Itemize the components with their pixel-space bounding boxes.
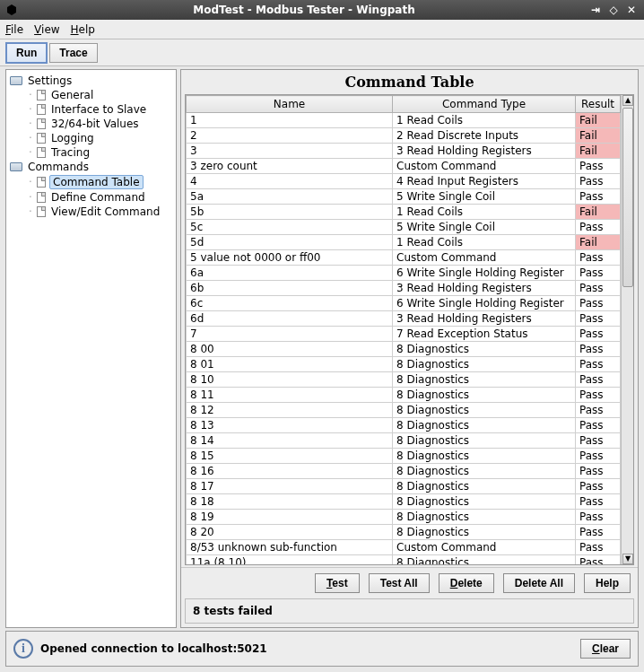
table-row[interactable]: 6d3 Read Holding RegistersPass bbox=[187, 311, 621, 327]
cell-type: 8 Diagnostics bbox=[393, 418, 576, 433]
table-row[interactable]: 8 168 DiagnosticsPass bbox=[187, 464, 621, 479]
trace-button[interactable]: Trace bbox=[49, 43, 97, 63]
scroll-thumb[interactable] bbox=[622, 108, 633, 287]
cell-type: 7 Read Exception Status bbox=[393, 327, 576, 342]
menu-help[interactable]: Help bbox=[71, 23, 95, 36]
tree-connector-icon: · bbox=[24, 191, 37, 204]
table-row[interactable]: 8 198 DiagnosticsPass bbox=[187, 510, 621, 525]
window-titlebar: ModTest - Modbus Tester - Wingpath ⇥ ◇ ✕ bbox=[0, 0, 644, 20]
cell-result: Pass bbox=[576, 311, 621, 327]
file-icon bbox=[37, 90, 46, 100]
table-row[interactable]: 5d1 Read CoilsFail bbox=[187, 235, 621, 250]
command-table: Name Command Type Result 11 Read CoilsFa… bbox=[186, 95, 621, 564]
table-row[interactable]: 8 148 DiagnosticsPass bbox=[187, 433, 621, 449]
cell-type: 8 Diagnostics bbox=[393, 464, 576, 479]
col-result[interactable]: Result bbox=[576, 96, 621, 113]
maximize-icon[interactable]: ◇ bbox=[606, 3, 621, 17]
cell-result: Pass bbox=[576, 494, 621, 510]
clear-button[interactable]: Clear bbox=[580, 639, 631, 659]
table-row[interactable]: 8 158 DiagnosticsPass bbox=[187, 449, 621, 464]
cell-result: Pass bbox=[576, 418, 621, 433]
menu-view[interactable]: View bbox=[34, 23, 59, 36]
run-button[interactable]: Run bbox=[5, 42, 48, 64]
cell-name: 8/53 unknown sub-function bbox=[187, 540, 393, 555]
test-all-button[interactable]: Test All bbox=[369, 573, 430, 593]
cell-result: Pass bbox=[576, 174, 621, 189]
table-row[interactable]: 5 value not 0000 or ff00Custom CommandPa… bbox=[187, 250, 621, 266]
nav-tree[interactable]: Settings ·General·Interface to Slave·32/… bbox=[5, 69, 177, 628]
tree-item[interactable]: ·General bbox=[6, 88, 176, 102]
cell-name: 8 15 bbox=[187, 449, 393, 464]
tree-item[interactable]: ·Logging bbox=[6, 131, 176, 145]
table-row[interactable]: 8 018 DiagnosticsPass bbox=[187, 357, 621, 372]
cell-name: 6d bbox=[187, 311, 393, 327]
cell-name: 5d bbox=[187, 235, 393, 250]
cell-name: 8 17 bbox=[187, 479, 393, 494]
tree-item[interactable]: ·Define Command bbox=[6, 190, 176, 205]
tree-item[interactable]: ·Tracing bbox=[6, 145, 176, 160]
cell-name: 8 16 bbox=[187, 464, 393, 479]
table-row[interactable]: 3 zero countCustom CommandPass bbox=[187, 159, 621, 174]
table-row[interactable]: 5c5 Write Single CoilPass bbox=[187, 220, 621, 235]
tree-item[interactable]: ·Interface to Slave bbox=[6, 102, 176, 117]
table-row[interactable]: 8 138 DiagnosticsPass bbox=[187, 418, 621, 433]
menu-file[interactable]: File bbox=[5, 23, 23, 36]
table-row[interactable]: 22 Read Discrete InputsFail bbox=[187, 128, 621, 144]
delete-all-button[interactable]: Delete All bbox=[503, 573, 575, 593]
cell-name: 8 18 bbox=[187, 494, 393, 510]
table-row[interactable]: 33 Read Holding RegistersFail bbox=[187, 144, 621, 159]
table-row[interactable]: 8 118 DiagnosticsPass bbox=[187, 388, 621, 403]
cell-type: 3 Read Holding Registers bbox=[393, 144, 576, 159]
scroll-up-icon[interactable]: ▲ bbox=[622, 95, 633, 106]
tree-item[interactable]: ·Command Table bbox=[6, 174, 176, 190]
cell-type: 8 Diagnostics bbox=[393, 388, 576, 403]
statusbar: i Opened connection to localhost:5021 Cl… bbox=[5, 631, 639, 667]
table-row[interactable]: 11a (8 10)8 DiagnosticsPass bbox=[187, 555, 621, 565]
table-row[interactable]: 44 Read Input RegistersPass bbox=[187, 174, 621, 189]
cell-name: 8 00 bbox=[187, 342, 393, 357]
tree-label: Commands bbox=[26, 161, 91, 173]
vertical-scrollbar[interactable]: ▲ ▼ bbox=[621, 95, 633, 564]
cell-type: Custom Command bbox=[393, 540, 576, 555]
table-scroll[interactable]: Name Command Type Result 11 Read CoilsFa… bbox=[186, 95, 621, 564]
table-row[interactable]: 8 208 DiagnosticsPass bbox=[187, 525, 621, 540]
help-button[interactable]: Help bbox=[584, 573, 631, 593]
window-title: ModTest - Modbus Tester - Wingpath bbox=[23, 4, 585, 16]
cell-type: 8 Diagnostics bbox=[393, 510, 576, 525]
test-button[interactable]: Test bbox=[315, 573, 360, 593]
cell-type: Custom Command bbox=[393, 250, 576, 266]
table-row[interactable]: 6a6 Write Single Holding RegisterPass bbox=[187, 266, 621, 281]
table-row[interactable]: 8/53 unknown sub-functionCustom CommandP… bbox=[187, 540, 621, 555]
tree-item[interactable]: ·View/Edit Command bbox=[6, 205, 176, 219]
tree-item[interactable]: ·32/64-bit Values bbox=[6, 117, 176, 131]
col-type[interactable]: Command Type bbox=[393, 96, 576, 113]
close-icon[interactable]: ✕ bbox=[624, 3, 639, 17]
cell-name: 6b bbox=[187, 281, 393, 296]
scroll-down-icon[interactable]: ▼ bbox=[622, 554, 633, 564]
table-row[interactable]: 5b1 Read CoilsFail bbox=[187, 205, 621, 220]
cell-type: 8 Diagnostics bbox=[393, 342, 576, 357]
file-icon bbox=[37, 147, 46, 158]
table-row[interactable]: 8 108 DiagnosticsPass bbox=[187, 372, 621, 388]
table-row[interactable]: 5a5 Write Single CoilPass bbox=[187, 189, 621, 205]
table-row[interactable]: 11 Read CoilsFail bbox=[187, 113, 621, 128]
tree-folder-settings[interactable]: Settings bbox=[6, 74, 176, 88]
table-row[interactable]: 6b3 Read Holding RegistersPass bbox=[187, 281, 621, 296]
table-row[interactable]: 8 188 DiagnosticsPass bbox=[187, 494, 621, 510]
tree-folder-commands[interactable]: Commands bbox=[6, 160, 176, 174]
col-name[interactable]: Name bbox=[187, 96, 393, 113]
cell-type: 8 Diagnostics bbox=[393, 479, 576, 494]
pin-icon[interactable]: ⇥ bbox=[588, 3, 603, 17]
table-row[interactable]: 8 178 DiagnosticsPass bbox=[187, 479, 621, 494]
table-row[interactable]: 6c6 Write Single Holding RegisterPass bbox=[187, 296, 621, 311]
table-row[interactable]: 77 Read Exception StatusPass bbox=[187, 327, 621, 342]
cell-name: 8 14 bbox=[187, 433, 393, 449]
cell-type: 6 Write Single Holding Register bbox=[393, 266, 576, 281]
cell-name: 8 20 bbox=[187, 525, 393, 540]
delete-button[interactable]: Delete bbox=[439, 573, 494, 593]
cell-result: Pass bbox=[576, 433, 621, 449]
table-row[interactable]: 8 008 DiagnosticsPass bbox=[187, 342, 621, 357]
tree-connector-icon: · bbox=[24, 89, 37, 101]
cell-result: Pass bbox=[576, 540, 621, 555]
table-row[interactable]: 8 128 DiagnosticsPass bbox=[187, 403, 621, 418]
